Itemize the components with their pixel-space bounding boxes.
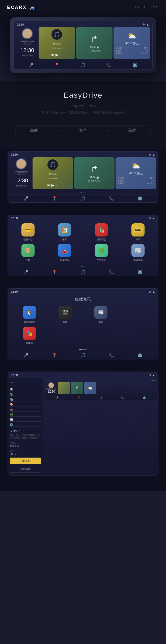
theme-label: 主题: [26, 259, 30, 262]
hero-nav-card[interactable]: ↱ 188m后 不个道口右转: [76, 27, 113, 59]
sidebar-row-6: 🌿: [10, 413, 41, 417]
preview-nav-icon: ↱: [76, 385, 79, 390]
visibility-value: 良: [146, 50, 148, 52]
screen1-section: 12:30 ⊕ ▲ Neighbor.HU 邻居老鱼 12:30 4月6日 周四: [0, 149, 166, 483]
s4-bt-icon: ⊕: [149, 373, 151, 377]
media-tencent[interactable]: 🐧 腾讯我的车: [13, 306, 46, 324]
screen1-date: 4月6日 周四: [16, 184, 26, 187]
hero-section: 12:30 ⊕ ▲ Neighbor.HU 邻居老鱼 12:30: [0, 15, 166, 81]
s1-dock-mic[interactable]: 🎤: [23, 196, 29, 201]
screen1-weather-temp: 20°C 多云: [128, 171, 143, 176]
screen4-hu: 12:30 ⊕ ▲ ← 🔲: [8, 372, 158, 475]
s1-dock-settings[interactable]: ⚙️: [137, 196, 143, 201]
screen1-nav-card[interactable]: ↱ 188m后 不个道口右转: [74, 157, 115, 189]
s2-dock-location[interactable]: 📍: [52, 270, 57, 274]
preview-header: 12:30 ⊕ ▲: [44, 379, 157, 382]
hero-main-row: Neighbor.HU 邻居老鱼 12:30 4月6日 周四 🎵 Prefect…: [14, 27, 152, 61]
sidebar-icon-6: 🌿: [10, 413, 13, 416]
dock-music-icon[interactable]: 🎵: [80, 63, 86, 68]
app-car-manager[interactable]: 🚗 机车管家: [48, 244, 82, 262]
media-multimedia[interactable]: 🎭 多媒体: [13, 327, 46, 345]
s1-prev-icon[interactable]: ⏮: [47, 184, 50, 186]
s2-dock-phone[interactable]: 📞: [109, 270, 114, 274]
s3-dock-location[interactable]: 📍: [52, 353, 57, 358]
easydrive-desc: 意在打造高效、安全、高品质的车载UI，为司机朋友提供更好的体验: [10, 110, 156, 115]
app-theme[interactable]: 🎨 主题: [11, 244, 45, 262]
btn-primary[interactable]: 按钮名称: [10, 458, 41, 464]
weather-icon: ⛅: [127, 32, 136, 40]
app-sos[interactable]: SOS SOS: [121, 223, 155, 241]
app-gallery[interactable]: 🖼️ 画库: [48, 223, 82, 241]
preview-nav-card: ↱: [71, 382, 83, 394]
dock-phone-icon[interactable]: 📞: [106, 63, 112, 68]
screen3-icons: ⊕ ▲: [149, 290, 155, 293]
s1-dock-location[interactable]: 📍: [52, 196, 57, 201]
media-video[interactable]: 🎬 视频: [49, 306, 82, 324]
s1-music-controls: ⏮ ▶ ⏭: [47, 183, 58, 187]
s1-dock-phone[interactable]: 📞: [109, 196, 114, 201]
screen4-icons: ⊕ ▲: [149, 373, 155, 377]
play-icon[interactable]: ▶: [56, 53, 58, 57]
app-intro: 应用简介 高效、安全、品质的车载界面，拦告位老司机一路畅行一大吉大利！: [10, 429, 41, 439]
screen1-weather-card[interactable]: ⛅ 20°C 多云 空气湿度 52 % 能见度 良 建议洗车: [116, 157, 156, 189]
vip-label: 会员中心: [23, 238, 33, 241]
s1-next-icon[interactable]: ⏭: [56, 184, 58, 186]
sidebar-icon-list: 🔲 📷 🛍️ 🎨 🚗: [10, 387, 41, 427]
car-mockup: 12:30 ⊕ ▲ Neighbor.HU 邻居老鱼 12:30: [10, 17, 156, 73]
top-header: ECARX 🚙 HU DESIGN: [0, 0, 166, 15]
dock-location-icon[interactable]: 📍: [54, 63, 60, 68]
dock-settings-icon[interactable]: ⚙️: [132, 63, 137, 68]
hero-nav-desc: 不个道口右转: [88, 50, 100, 52]
s3-dock-music[interactable]: 🎵: [80, 353, 86, 358]
screen3-dock: 🎤 📍 🎵 📞 ⚙️: [8, 351, 158, 359]
hero-weather-card[interactable]: ⛅ 20°C 多云 空气湿度 52 % 能见度 良: [114, 27, 150, 59]
app-grid: 💳 会员中心 🖼️ 画库 🛍️ 应用商店: [8, 221, 158, 265]
next-icon[interactable]: ⏭: [60, 53, 62, 56]
s1-play-icon[interactable]: ▶: [51, 183, 54, 187]
app-air[interactable]: 🌿 空气净化: [84, 244, 119, 262]
screen1-music-card[interactable]: 🎵 Prefect Ed Sheeran ⏮ ▶ ⏭: [33, 157, 73, 189]
gap-3: [8, 366, 158, 372]
s2-dock-settings[interactable]: ⚙️: [137, 270, 143, 274]
s3-dock-settings[interactable]: ⚙️: [137, 353, 143, 358]
s3-wifi-icon: ▲: [152, 290, 155, 293]
sidebar-row-2: 📷: [10, 392, 41, 396]
preview-user-name: Neighbor HU: [46, 388, 56, 390]
screen4-header: 12:30 ⊕ ▲: [8, 372, 158, 378]
media-news-item[interactable]: 📰 新闻: [84, 306, 118, 324]
air-icon: 🌿: [95, 244, 108, 257]
app-vip[interactable]: 💳 会员中心: [11, 223, 45, 241]
s1-dock-music[interactable]: 🎵: [80, 196, 86, 201]
screen1-icons: ⊕ ▲: [149, 153, 155, 156]
carwash-value: 建议洗车: [141, 52, 148, 55]
app-media-news[interactable]: 📰 媒体资讯: [121, 244, 155, 262]
s3-dock-phone[interactable]: 📞: [109, 353, 114, 358]
multimedia-label: 多媒体: [26, 341, 33, 345]
screen3-wrapper: 12:30 ⊕ ▲ 媒体资讯 🐧 腾讯我的车: [8, 288, 158, 359]
preview-dock-location: 📍: [77, 396, 80, 399]
screen1-user-sub: 邻居老鱼: [17, 173, 25, 176]
store-label: 应用商店: [97, 238, 106, 241]
sos-label: SOS: [136, 238, 141, 241]
app-store[interactable]: 🛍️ 应用商店: [84, 223, 119, 241]
hero-weather-temp: 20°C 多云: [124, 41, 139, 46]
s1-weather-details: 空气湿度 52 % 能见度 良 建议洗车 建议洗车: [118, 177, 154, 185]
s1-music-icon: 🎵: [49, 161, 56, 168]
media-grid-2: 🎭 多媒体: [8, 327, 158, 348]
preview-bt-icon: ⊕: [151, 379, 153, 381]
dock-mic-icon[interactable]: 🎤: [29, 63, 34, 68]
weather-details: 空气湿度 52 % 能见度 良 建议洗车 建议洗车: [116, 47, 148, 55]
s2-dock-mic[interactable]: 🎤: [23, 270, 29, 274]
car-manager-label: 机车管家: [60, 259, 69, 262]
media-grid: 🐧 腾讯我的车 🎬 视频 📰 新闻: [8, 306, 158, 327]
screen2-hu: 12:30 ⊕ ▲ 💳 会员中心 🖼️: [8, 215, 158, 276]
back-button[interactable]: ←: [10, 380, 41, 385]
bluetooth-icon: ⊕: [143, 23, 145, 26]
hero-music-card[interactable]: 🎵 Prefect Ed Sheeran ⏮ ▶ ⏭: [39, 27, 75, 59]
s2-dock-music[interactable]: 🎵: [80, 270, 86, 274]
music-note-icon: 🎵: [53, 31, 60, 38]
btn-secondary[interactable]: 按钮名称: [10, 466, 41, 473]
prev-icon[interactable]: ⏮: [51, 53, 54, 56]
s3-dock-mic[interactable]: 🎤: [23, 353, 29, 358]
tag-safe: 安全: [64, 125, 102, 136]
